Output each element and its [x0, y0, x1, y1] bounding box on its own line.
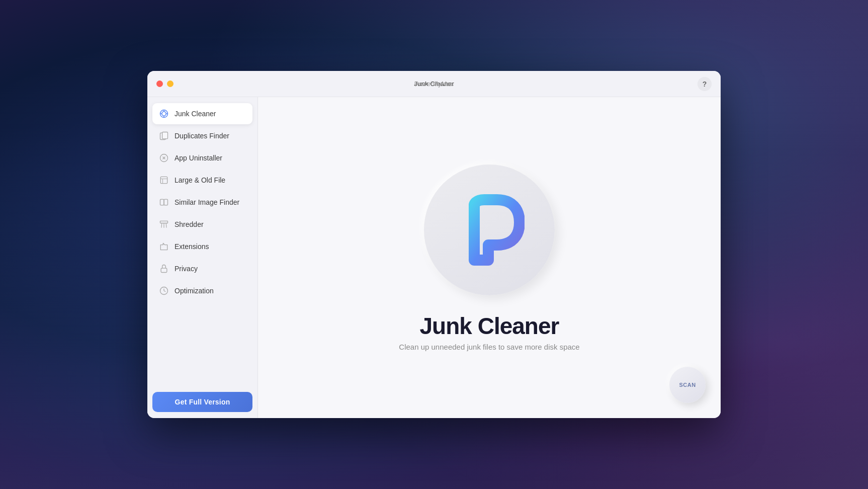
sidebar-item-label: Large & Old File — [175, 176, 225, 184]
svg-rect-7 — [162, 132, 168, 139]
title-bar: PowerMyMac Junk Cleaner ? — [147, 71, 721, 97]
sidebar-item-large-old-file[interactable]: Large & Old File — [152, 170, 252, 191]
duplicates-finder-icon — [158, 130, 169, 141]
sidebar-items: Junk Cleaner Duplicates Finder — [152, 103, 252, 386]
traffic-lights — [156, 80, 173, 87]
sidebar-item-label: Duplicates Finder — [175, 132, 229, 140]
app-window: PowerMyMac Junk Cleaner ? — [147, 71, 721, 418]
app-name-label: PowerMyMac — [414, 80, 454, 88]
scan-button[interactable]: SCAN — [669, 367, 706, 403]
svg-rect-20 — [161, 268, 167, 272]
sidebar-item-app-uninstaller[interactable]: App Uninstaller — [152, 147, 252, 169]
minimize-button[interactable] — [167, 80, 173, 87]
large-old-file-icon — [158, 175, 169, 186]
help-button[interactable]: ? — [698, 77, 712, 91]
content-area: Junk Cleaner Clean up unneeded junk file… — [258, 97, 721, 418]
svg-point-1 — [162, 112, 166, 116]
svg-line-19 — [166, 223, 166, 228]
sidebar-item-label: Optimization — [175, 287, 214, 295]
shredder-icon — [158, 219, 169, 230]
sidebar-item-label: App Uninstaller — [175, 154, 222, 162]
privacy-icon — [158, 263, 169, 274]
sidebar-footer: Get Full Version — [152, 386, 252, 412]
sidebar-item-duplicates-finder[interactable]: Duplicates Finder — [152, 125, 252, 146]
svg-rect-11 — [160, 177, 167, 183]
content-subtitle: Clean up unneeded junk files to save mor… — [399, 343, 579, 351]
sidebar: Junk Cleaner Duplicates Finder — [147, 97, 258, 418]
svg-line-17 — [161, 223, 162, 228]
sidebar-item-label: Shredder — [175, 220, 204, 228]
junk-cleaner-icon — [158, 108, 169, 119]
sidebar-item-privacy[interactable]: Privacy — [152, 258, 252, 279]
sidebar-item-junk-cleaner[interactable]: Junk Cleaner — [152, 103, 252, 124]
app-logo-svg — [454, 190, 525, 270]
sidebar-item-label: Privacy — [175, 265, 198, 273]
sidebar-item-label: Extensions — [175, 242, 209, 251]
main-layout: Junk Cleaner Duplicates Finder — [147, 97, 721, 418]
app-uninstaller-icon — [158, 152, 169, 164]
svg-rect-15 — [164, 199, 168, 205]
sidebar-item-extensions[interactable]: Extensions — [152, 236, 252, 257]
sidebar-item-optimization[interactable]: Optimization — [152, 280, 252, 301]
optimization-icon — [158, 285, 169, 296]
content-inner: Junk Cleaner Clean up unneeded junk file… — [399, 165, 579, 351]
similar-image-icon — [158, 197, 169, 208]
sidebar-item-label: Similar Image Finder — [175, 198, 239, 206]
sidebar-item-shredder[interactable]: Shredder — [152, 214, 252, 235]
content-title: Junk Cleaner — [420, 312, 559, 340]
close-button[interactable] — [156, 80, 163, 87]
sidebar-item-label: Junk Cleaner — [175, 110, 216, 118]
svg-line-23 — [164, 291, 165, 292]
sidebar-item-similar-image-finder[interactable]: Similar Image Finder — [152, 192, 252, 213]
get-full-version-button[interactable]: Get Full Version — [152, 392, 252, 412]
svg-rect-14 — [160, 199, 164, 205]
svg-rect-16 — [160, 221, 168, 223]
app-logo-circle — [424, 165, 555, 295]
extensions-icon — [158, 241, 169, 252]
